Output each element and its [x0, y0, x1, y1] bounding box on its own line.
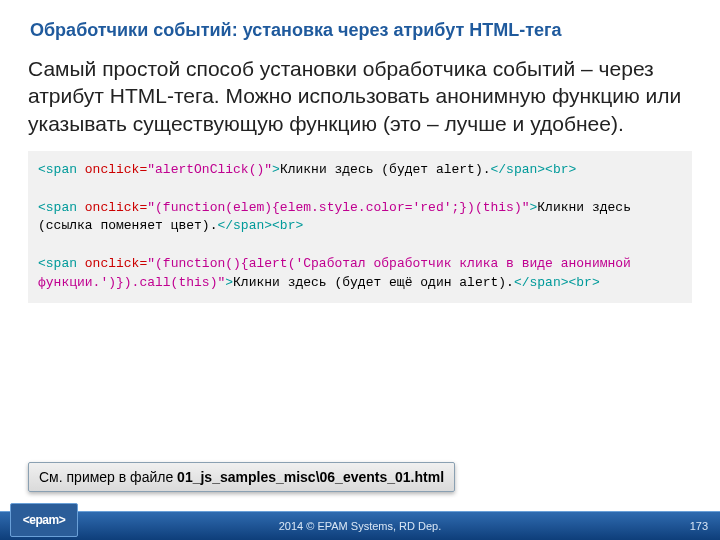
slide: Обработчики событий: установка через атр… — [0, 0, 720, 540]
note-prefix: См. пример в файле — [39, 469, 177, 485]
code-text: Кликни здесь (будет ещё один alert). — [233, 275, 514, 290]
code-tag: > — [225, 275, 233, 290]
code-tag: <span — [38, 162, 77, 177]
code-attr: onclick= — [77, 162, 147, 177]
footer-copyright: 2014 © EPAM Systems, RD Dep. — [0, 512, 720, 540]
body-paragraph: Самый простой способ установки обработчи… — [0, 49, 720, 151]
page-number: 173 — [690, 512, 708, 540]
code-tag: <span — [38, 256, 77, 271]
code-attr: onclick= — [77, 256, 147, 271]
code-line-2: <span onclick="(function(elem){elem.styl… — [38, 200, 639, 234]
code-line-1: <span onclick="alertOnClick()">Кликни зд… — [38, 162, 576, 177]
code-line-3: <span onclick="(function(){alert('Сработ… — [38, 256, 639, 290]
code-block: <span onclick="alertOnClick()">Кликни зд… — [28, 151, 692, 303]
code-attr: onclick= — [77, 200, 147, 215]
code-text: Кликни здесь (будет alert). — [280, 162, 491, 177]
code-string: "(function(elem){elem.style.color='red';… — [147, 200, 529, 215]
code-tag: </span><br> — [514, 275, 600, 290]
note-filename: 01_js_samples_misc\06_events_01.html — [177, 469, 444, 485]
footer: <epam> 2014 © EPAM Systems, RD Dep. 173 — [0, 511, 720, 540]
code-tag: </span><br> — [491, 162, 577, 177]
page-title: Обработчики событий: установка через атр… — [0, 0, 720, 49]
code-tag: > — [272, 162, 280, 177]
example-reference: См. пример в файле 01_js_samples_misc\06… — [28, 462, 455, 492]
code-tag: <span — [38, 200, 77, 215]
code-string: "alertOnClick()" — [147, 162, 272, 177]
code-tag: </span><br> — [217, 218, 303, 233]
